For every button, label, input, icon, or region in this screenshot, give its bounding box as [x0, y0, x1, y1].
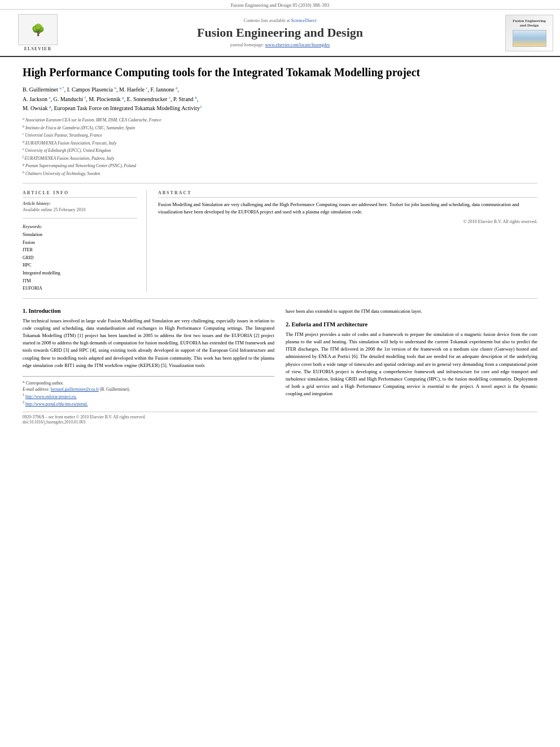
copyright-notice: © 2010 Elsevier B.V. All rights reserved…	[158, 219, 537, 224]
contents-line: Contents lists available at ScienceDirec…	[69, 18, 491, 23]
main-content: High Performance Computing tools for the…	[0, 57, 560, 436]
intro-continuation: have been also extended to support the I…	[286, 308, 537, 315]
body-right-col: have been also extended to support the I…	[286, 308, 537, 407]
journal-homepage-link[interactable]: www.elsevier.com/locate/fusengdes	[265, 42, 330, 47]
keywords-divider	[23, 218, 137, 219]
keyword-euforia: EUFORIA	[23, 285, 137, 292]
elsevier-tree-box: 🌳	[18, 14, 58, 45]
section-divider-top	[23, 183, 537, 184]
journal-homepage: journal homepage: www.elsevier.com/locat…	[69, 42, 491, 47]
abstract-heading: ABSTRACT	[158, 190, 537, 198]
journal-cover-image: Fusion Engineeringand Design	[505, 15, 553, 51]
body-divider	[23, 298, 537, 299]
euforia-paragraph: The ITM project provides a suite of code…	[286, 331, 537, 398]
keyword-grid: GRID	[23, 254, 137, 262]
publisher-logo-area: 🌳 ELSEVIER	[7, 14, 69, 51]
euforia-heading: 2. Euforia and ITM architecture	[286, 321, 537, 327]
journal-cover-title: Fusion Engineeringand Design	[513, 19, 546, 28]
bottom-line2: doi:10.1016/j.fusengdes.2010.01.003	[23, 420, 537, 425]
journal-title: Fusion Engineering and Design	[69, 25, 491, 40]
abstract-column: ABSTRACT Fusion Modelling and Simulation…	[158, 190, 537, 292]
footnote-email: E-mail address: bernard.guillerminet@cea…	[23, 386, 274, 392]
keyword-itm: ITM	[23, 277, 137, 285]
keywords-label: Keywords:	[23, 224, 137, 229]
history-date: Available online 25 February 2010	[23, 207, 85, 212]
footnote-2: 2 http://www.portal.efda-itm.eu/portal.	[23, 400, 274, 407]
keywords-section: Keywords: Simulation Fusion ITER GRID HP…	[23, 224, 137, 292]
article-info-column: ARTICLE INFO Article history: Available …	[23, 190, 147, 292]
article-info-heading: ARTICLE INFO	[23, 190, 137, 198]
footnote-1: 1 http://www.euforia-project.eu.	[23, 392, 274, 400]
body-two-col: 1. Introduction The technical issues inv…	[23, 308, 537, 407]
keyword-hpc: HPC	[23, 261, 137, 269]
article-meta-row: ARTICLE INFO Article history: Available …	[23, 190, 537, 292]
keyword-simulation: Simulation	[23, 231, 137, 239]
journal-cover-graphic	[513, 30, 546, 47]
bottom-line1: 0920-3796/$ – see front matter © 2010 El…	[23, 414, 537, 420]
elsevier-logo: 🌳 ELSEVIER	[7, 14, 69, 51]
authors-list: B. Guillerminet a,*, I. Campos Plasencia…	[23, 85, 537, 113]
body-left-col: 1. Introduction The technical issues inv…	[23, 308, 274, 407]
article-title: High Performance Computing tools for the…	[23, 65, 537, 80]
keyword-fusion: Fusion	[23, 239, 137, 247]
footnotes-section: * Corresponding author. E-mail address: …	[23, 376, 274, 407]
footnote-corresponding: * Corresponding author.	[23, 380, 274, 386]
elsevier-wordmark: ELSEVIER	[24, 46, 51, 51]
sciencedirect-link[interactable]: ScienceDirect	[291, 18, 317, 23]
journal-logo-right: Fusion Engineeringand Design	[491, 15, 553, 51]
keyword-iter: ITER	[23, 246, 137, 254]
keyword-integrated-modelling: Integrated modelling	[23, 269, 137, 277]
journal-header-center: Contents lists available at ScienceDirec…	[69, 18, 491, 47]
abstract-text: Fusion Modelling and Simulation are very…	[158, 201, 537, 216]
journal-citation-bar: Fusion Engineering and Design 85 (2010) …	[0, 0, 560, 10]
affiliations-list: a Association Euratom-CEA sur la Fusion,…	[23, 116, 537, 177]
bottom-info: 0920-3796/$ – see front matter © 2010 El…	[23, 412, 537, 425]
intro-heading: 1. Introduction	[23, 308, 274, 314]
journal-citation-text: Fusion Engineering and Design 85 (2010) …	[231, 2, 330, 8]
article-history: Article history: Available online 25 Feb…	[23, 201, 137, 212]
elsevier-tree-icon: 🌳	[31, 23, 45, 37]
history-label: Article history:	[23, 201, 137, 206]
journal-header: 🌳 ELSEVIER Contents lists available at S…	[0, 10, 560, 57]
intro-paragraph: The technical issues involved in large s…	[23, 317, 274, 369]
